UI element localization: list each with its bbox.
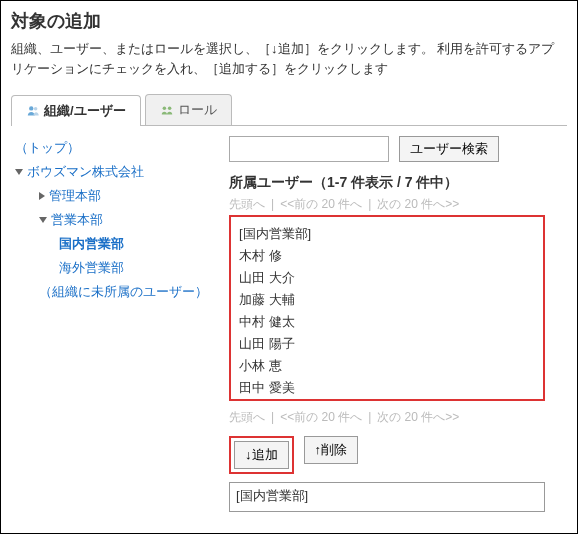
pager-next[interactable]: 次の 20 件へ>> — [377, 410, 459, 424]
svg-point-3 — [168, 107, 172, 111]
remove-button[interactable]: ↑削除 — [304, 436, 359, 464]
chevron-down-icon[interactable] — [15, 169, 23, 175]
tree-sales[interactable]: 営業本部 — [51, 211, 103, 229]
pager-next[interactable]: 次の 20 件へ>> — [377, 197, 459, 211]
pager-first[interactable]: 先頭へ — [229, 410, 265, 424]
list-item[interactable]: 小林 恵 — [239, 355, 535, 377]
role-icon — [160, 103, 174, 117]
tabs: 組織/ユーザー ロール — [11, 94, 567, 126]
tree-admin[interactable]: 管理本部 — [49, 187, 101, 205]
users-icon — [26, 104, 40, 118]
svg-point-1 — [34, 107, 38, 111]
add-button[interactable]: ↓追加 — [234, 441, 289, 469]
list-item[interactable]: [国内営業部] — [236, 487, 538, 505]
add-button-highlight: ↓追加 — [229, 436, 294, 474]
pager-bottom: 先頭へ|<<前の 20 件へ|次の 20 件へ>> — [229, 409, 569, 426]
list-item[interactable]: 山田 大介 — [239, 267, 535, 289]
svg-point-0 — [29, 106, 33, 110]
page-description: 組織、ユーザー、またはロールを選択し、［↓追加］をクリックします。 利用を許可す… — [11, 39, 567, 78]
tab-role-label: ロール — [178, 101, 217, 119]
svg-point-2 — [162, 107, 166, 111]
list-item[interactable]: 田中 愛美 — [239, 377, 535, 399]
list-item[interactable]: [国内営業部] — [239, 223, 535, 245]
tab-org-user-label: 組織/ユーザー — [44, 102, 126, 120]
list-item[interactable]: 山田 陽子 — [239, 333, 535, 355]
list-item[interactable]: 木村 修 — [239, 245, 535, 267]
chevron-right-icon[interactable] — [39, 192, 45, 200]
tab-role[interactable]: ロール — [145, 94, 232, 125]
tree-overseas[interactable]: 海外営業部 — [59, 259, 124, 277]
tree-unassigned[interactable]: （組織に未所属のユーザー） — [39, 284, 208, 299]
search-input[interactable] — [229, 136, 389, 162]
pager-prev[interactable]: <<前の 20 件へ — [280, 197, 362, 211]
tree-top[interactable]: （トップ） — [15, 139, 80, 157]
list-item[interactable]: 中村 健太 — [239, 311, 535, 333]
tab-org-user[interactable]: 組織/ユーザー — [11, 95, 141, 126]
pager-prev[interactable]: <<前の 20 件へ — [280, 410, 362, 424]
pager-first[interactable]: 先頭へ — [229, 197, 265, 211]
list-item[interactable]: 加藤 大輔 — [239, 289, 535, 311]
chevron-down-icon[interactable] — [39, 217, 47, 223]
user-list-title: 所属ユーザー（1-7 件表示 / 7 件中） — [229, 174, 569, 192]
selected-list[interactable]: [国内営業部] — [229, 482, 545, 512]
search-button[interactable]: ユーザー検索 — [399, 136, 499, 162]
tree-domestic[interactable]: 国内営業部 — [59, 235, 124, 253]
user-list[interactable]: [国内営業部] 木村 修 山田 大介 加藤 大輔 中村 健太 山田 陽子 小林 … — [229, 215, 545, 401]
tree-org[interactable]: ボウズマン株式会社 — [27, 163, 144, 181]
org-tree: （トップ） ボウズマン株式会社 管理本部 営業本部 国内営業部 海外営業部 （組… — [11, 136, 221, 304]
page-title: 対象の追加 — [11, 9, 567, 33]
pager-top: 先頭へ|<<前の 20 件へ|次の 20 件へ>> — [229, 196, 569, 213]
